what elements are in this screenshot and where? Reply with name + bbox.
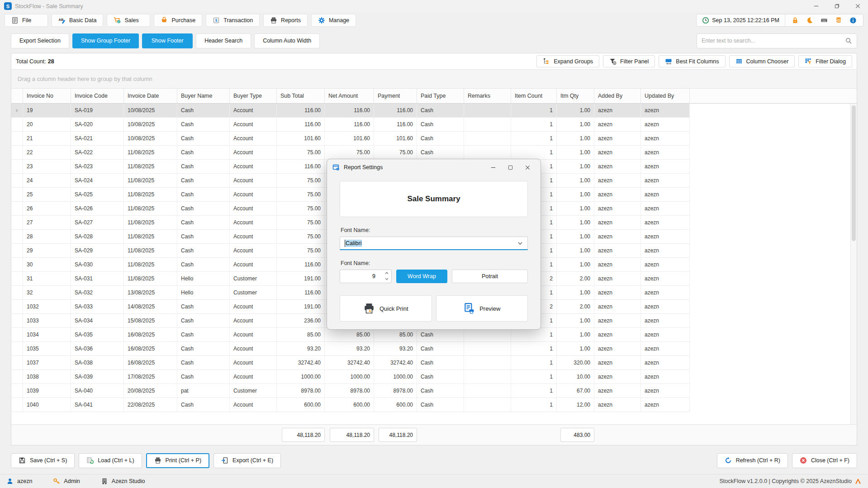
grid-button-filter-dialog[interactable]: Filter Dialog bbox=[798, 55, 852, 67]
keyboard-icon[interactable] bbox=[821, 17, 828, 24]
table-row[interactable]: 21SA-02110/08/2025CashAccount101.60101.6… bbox=[11, 132, 690, 146]
cell-buyer-name: Cash bbox=[177, 370, 230, 384]
azezn-studio-logo-icon bbox=[854, 478, 862, 485]
bottom-button-save-ctrl-s[interactable]: Save (Ctrl + S) bbox=[11, 453, 75, 468]
menu-item-transaction[interactable]: $Transaction bbox=[206, 14, 260, 27]
lock-icon[interactable] bbox=[792, 17, 799, 24]
summary-cell-invoice-no bbox=[23, 425, 71, 445]
database-icon[interactable] bbox=[835, 17, 842, 24]
dialog-close-button[interactable] bbox=[520, 161, 535, 173]
cell-buyer-type: Account bbox=[230, 398, 277, 412]
column-header-item-count[interactable]: Item Count bbox=[511, 89, 557, 103]
dialog-body: Sale Summary Font Name: Calibri Font Nam… bbox=[327, 175, 541, 322]
table-row[interactable]: 20SA-02010/08/2025CashAccount116.00116.0… bbox=[11, 118, 690, 132]
column-header-itm-qty[interactable]: Itm Qty bbox=[557, 89, 594, 103]
table-row[interactable]: 1040SA-04122/08/2025CashAccount600.00600… bbox=[11, 398, 690, 412]
menu-item-label: Transaction bbox=[223, 17, 253, 24]
grid-button-filter-panel[interactable]: Filter Panel bbox=[603, 55, 655, 67]
menu-item-file[interactable]: File bbox=[5, 14, 48, 27]
bottom-button-export-ctrl-e[interactable]: Export (Ctrl + E) bbox=[213, 453, 281, 468]
info-icon[interactable] bbox=[849, 17, 857, 24]
column-header-paid-type[interactable]: Paid Type bbox=[417, 89, 464, 103]
cell-invoice-date: 16/08/2025 bbox=[124, 328, 177, 341]
font-options-row: Word Wrap Potrait bbox=[340, 270, 528, 283]
moon-icon[interactable] bbox=[806, 17, 813, 24]
row-indicator-cell bbox=[11, 174, 23, 187]
cell-sub-total: 116.00 bbox=[277, 160, 325, 173]
font-name-combobox[interactable]: Calibri bbox=[340, 237, 528, 250]
search-box[interactable] bbox=[697, 33, 857, 48]
menu-item-sales[interactable]: $Sales bbox=[107, 14, 150, 27]
maximize-button[interactable] bbox=[826, 0, 847, 12]
quick-print-button[interactable]: Quick Print bbox=[340, 295, 432, 322]
menu-item-basic-data[interactable]: ABBasic Data bbox=[52, 14, 103, 27]
bottom-button-refresh-ctrl-r[interactable]: Refresh (Ctrl + R) bbox=[717, 453, 788, 468]
minimize-button[interactable] bbox=[806, 0, 826, 12]
column-header-sub-total[interactable]: Sub Total bbox=[277, 89, 325, 103]
cell-buyer-name: Cash bbox=[177, 174, 230, 187]
column-header-payment[interactable]: Payment bbox=[374, 89, 417, 103]
group-by-bar[interactable]: Drag a column header here to group by th… bbox=[11, 70, 857, 89]
scrollbar-thumb[interactable] bbox=[852, 105, 856, 241]
search-input[interactable] bbox=[702, 38, 845, 44]
table-row[interactable]: 22SA-02211/08/2025CashAccount75.0075.007… bbox=[11, 146, 690, 160]
grid-button-expand-groups[interactable]: Expand Groups bbox=[536, 55, 599, 67]
status-items: azeznAdminAzezn Studio bbox=[6, 478, 145, 485]
cell-paid-type: Cash bbox=[417, 118, 464, 131]
dialog-titlebar[interactable]: Report Settings bbox=[327, 159, 541, 175]
toolbar-button-column-auto-width[interactable]: Column Auto Width bbox=[254, 33, 320, 48]
grid-button-column-chooser[interactable]: Column Chooser bbox=[729, 55, 795, 67]
toolbar-button-header-search[interactable]: Header Search bbox=[196, 33, 251, 48]
stepper-down-icon bbox=[384, 276, 389, 281]
expand-groups-icon bbox=[543, 58, 550, 65]
column-header-invoice-code[interactable]: Invoice Code bbox=[71, 89, 124, 103]
column-header-net-amount[interactable]: Net Amount bbox=[325, 89, 374, 103]
clock-datetime: Sep 13, 2025 12:22:16 PM bbox=[697, 14, 785, 26]
portrait-button[interactable]: Potrait bbox=[452, 270, 528, 283]
column-header-remarks[interactable]: Remarks bbox=[464, 89, 511, 103]
toolbar-button-show-group-footer[interactable]: Show Group Footer bbox=[72, 33, 139, 48]
close-red-icon bbox=[800, 457, 807, 464]
cell-itm-qty: 1.00 bbox=[557, 244, 594, 257]
table-row[interactable]: 19SA-01910/08/2025CashAccount116.00116.0… bbox=[11, 104, 690, 118]
cell-remarks bbox=[464, 328, 511, 341]
file-icon bbox=[11, 17, 19, 24]
toolbar-button-export-selection[interactable]: Export Selection bbox=[11, 33, 69, 48]
column-header-updated-by[interactable]: Updated By bbox=[641, 89, 690, 103]
cell-sub-total: 116.00 bbox=[277, 286, 325, 299]
dialog-maximize-button[interactable] bbox=[503, 161, 518, 173]
column-header-buyer-name[interactable]: Buyer Name bbox=[177, 89, 230, 103]
font-size-stepper[interactable] bbox=[340, 270, 392, 283]
table-row[interactable]: 1039SA-04020/08/2025patCustomer8978.0089… bbox=[11, 384, 690, 398]
table-row[interactable]: 1038SA-03917/08/2025CashAccount1000.0010… bbox=[11, 370, 690, 384]
menu-item-purchase[interactable]: Purchase bbox=[154, 14, 202, 27]
vertical-scrollbar[interactable] bbox=[850, 104, 857, 424]
cell-invoice-date: 11/08/2025 bbox=[124, 258, 177, 271]
grid-button-best-fit-columns[interactable]: Best Fit Columns bbox=[659, 55, 725, 67]
close-window-button[interactable] bbox=[847, 0, 868, 12]
cell-invoice-no: 1038 bbox=[23, 370, 71, 384]
toolbar-button-show-footer[interactable]: Show Footer bbox=[142, 33, 193, 48]
font-size-input[interactable] bbox=[340, 270, 377, 283]
column-header-invoice-no[interactable]: Invoice No bbox=[23, 89, 71, 103]
column-header-added-by[interactable]: Added By bbox=[594, 89, 641, 103]
bottom-button-print-ctrl-p[interactable]: Print (Ctrl + P) bbox=[146, 453, 210, 468]
table-row[interactable]: 1035SA-03616/08/2025CashAccount93.2093.2… bbox=[11, 342, 690, 356]
cell-remarks bbox=[464, 370, 511, 384]
bottom-button-load-ctrl-l[interactable]: Load (Ctrl + L) bbox=[79, 453, 142, 468]
chevron-down-icon[interactable] bbox=[517, 240, 524, 247]
menu-item-reports[interactable]: Reports bbox=[263, 14, 308, 27]
table-row[interactable]: 1037SA-03816/08/2025CashAccount32742.403… bbox=[11, 356, 690, 370]
menu-item-manage[interactable]: Manage bbox=[311, 14, 356, 27]
cell-buyer-type: Customer bbox=[230, 272, 277, 285]
table-row[interactable]: 1034SA-03516/08/2025CashAccount85.0085.0… bbox=[11, 328, 690, 342]
dialog-minimize-button[interactable] bbox=[485, 161, 501, 173]
preview-button[interactable]: Preview bbox=[436, 295, 528, 322]
bottom-button-close-ctrl-f[interactable]: Close (Ctrl + F) bbox=[792, 453, 857, 468]
key-icon bbox=[53, 478, 60, 485]
word-wrap-button[interactable]: Word Wrap bbox=[396, 270, 447, 283]
stepper-arrows[interactable] bbox=[384, 271, 389, 281]
column-header-invoice-date[interactable]: Invoice Date bbox=[124, 89, 177, 103]
column-header-buyer-type[interactable]: Buyer Type bbox=[230, 89, 277, 103]
manage-gear-icon bbox=[318, 17, 325, 24]
